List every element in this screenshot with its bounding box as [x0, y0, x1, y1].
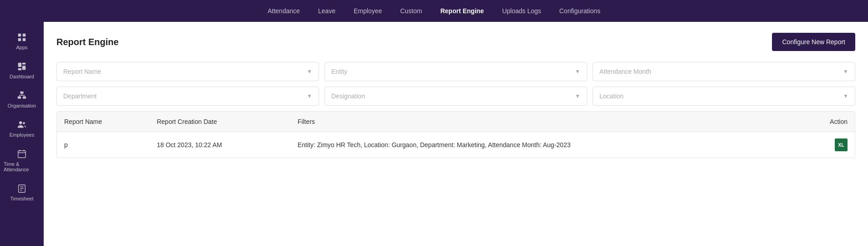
excel-download-icon[interactable]: XL — [835, 138, 848, 151]
col-filters: Filters — [290, 112, 798, 132]
department-filter[interactable]: Department ▼ — [56, 87, 319, 106]
cell-report-name: p — [57, 132, 149, 158]
sidebar-item-time-attendance[interactable]: Time & Attendance — [0, 143, 44, 178]
nav-configurations[interactable]: Configurations — [559, 7, 600, 15]
svg-point-15 — [19, 121, 22, 124]
svg-point-16 — [23, 122, 25, 124]
nav-uploads-logs[interactable]: Uploads Logs — [502, 7, 541, 15]
location-filter[interactable]: Location ▼ — [593, 87, 855, 106]
sidebar-item-organisation[interactable]: Organisation — [0, 85, 44, 114]
attendance-month-placeholder: Attendance Month — [599, 68, 651, 75]
svg-rect-2 — [18, 38, 21, 41]
table-header-row: Report Name Report Creation Date Filters… — [57, 112, 855, 132]
chevron-down-icon: ▼ — [843, 68, 848, 75]
designation-filter[interactable]: Designation ▼ — [325, 87, 587, 106]
entity-placeholder: Entity — [331, 68, 347, 75]
col-report-name: Report Name — [57, 112, 149, 132]
cell-creation-date: 18 Oct 2023, 10:22 AM — [149, 132, 290, 158]
svg-rect-7 — [18, 68, 21, 71]
svg-rect-3 — [23, 38, 25, 41]
dashboard-icon — [16, 61, 27, 72]
report-name-filter[interactable]: Report Name ▼ — [56, 62, 319, 81]
page-header: Report Engine Configure New Report — [56, 33, 855, 51]
nav-employee[interactable]: Employee — [354, 7, 382, 15]
designation-placeholder: Designation — [331, 92, 365, 100]
sidebar: Apps Dashboard — [0, 22, 44, 246]
col-action: Action — [798, 112, 855, 132]
chevron-down-icon: ▼ — [307, 68, 312, 75]
sidebar-label-timesheet: Timesheet — [10, 196, 34, 201]
timesheet-icon — [16, 183, 27, 194]
sidebar-item-dashboard[interactable]: Dashboard — [0, 56, 44, 85]
main-content: Report Engine Configure New Report Repor… — [44, 22, 868, 246]
svg-rect-10 — [23, 97, 26, 99]
chevron-down-icon: ▼ — [843, 93, 848, 99]
top-navigation: Attendance Leave Employee Custom Report … — [0, 0, 868, 22]
sidebar-label-time-attendance: Time & Attendance — [4, 161, 40, 172]
sidebar-item-apps[interactable]: Apps — [0, 26, 44, 56]
sidebar-label-dashboard: Dashboard — [10, 74, 34, 79]
svg-rect-17 — [18, 151, 26, 158]
svg-rect-8 — [20, 92, 23, 94]
page-title: Report Engine — [56, 37, 119, 47]
nav-report-engine[interactable]: Report Engine — [440, 7, 484, 15]
sidebar-label-employees: Employees — [10, 132, 34, 138]
nav-leave[interactable]: Leave — [318, 7, 335, 15]
chevron-down-icon: ▼ — [307, 93, 312, 99]
sidebar-item-timesheet[interactable]: Timesheet — [0, 178, 44, 207]
svg-rect-5 — [22, 63, 25, 65]
svg-rect-4 — [18, 63, 21, 67]
table-row: p 18 Oct 2023, 10:22 AM Entity: Zimyo HR… — [57, 132, 855, 158]
attendance-month-filter[interactable]: Attendance Month ▼ — [593, 62, 855, 81]
svg-rect-1 — [23, 34, 25, 36]
entity-filter[interactable]: Entity ▼ — [325, 62, 587, 81]
cell-action: XL — [798, 132, 855, 158]
svg-rect-6 — [22, 66, 25, 70]
grid-icon — [16, 32, 27, 43]
nav-custom[interactable]: Custom — [400, 7, 422, 15]
svg-rect-0 — [18, 34, 21, 36]
svg-rect-9 — [18, 97, 21, 99]
cell-filters: Entity: Zimyo HR Tech, Location: Gurgaon… — [290, 132, 798, 158]
nav-attendance[interactable]: Attendance — [268, 7, 300, 15]
configure-new-report-button[interactable]: Configure New Report — [772, 33, 855, 51]
org-icon — [16, 90, 27, 101]
reports-table: Report Name Report Creation Date Filters… — [57, 112, 855, 158]
col-creation-date: Report Creation Date — [149, 112, 290, 132]
department-placeholder: Department — [63, 92, 96, 100]
sidebar-label-apps: Apps — [16, 45, 27, 50]
sidebar-item-employees[interactable]: Employees — [0, 114, 44, 143]
location-placeholder: Location — [599, 92, 624, 100]
reports-table-container: Report Name Report Creation Date Filters… — [56, 111, 855, 158]
chevron-down-icon: ▼ — [575, 68, 580, 75]
time-icon — [16, 149, 27, 159]
report-name-placeholder: Report Name — [63, 68, 101, 75]
employees-icon — [16, 119, 27, 130]
chevron-down-icon: ▼ — [575, 93, 580, 99]
filter-row-2: Department ▼ Designation ▼ Location ▼ — [56, 87, 855, 106]
filter-row-1: Report Name ▼ Entity ▼ Attendance Month … — [56, 62, 855, 81]
sidebar-label-organisation: Organisation — [8, 103, 36, 108]
